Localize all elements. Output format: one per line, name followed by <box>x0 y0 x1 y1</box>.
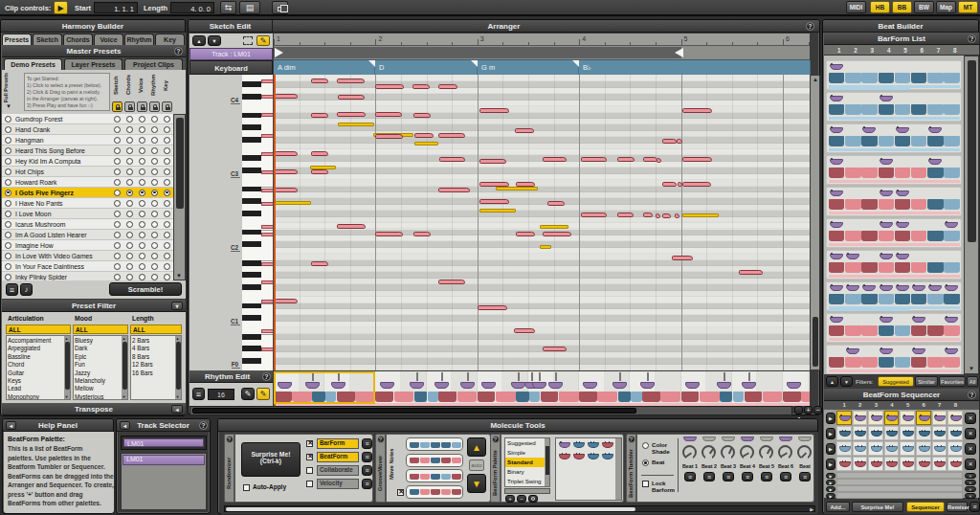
eraser-icon[interactable]: ✎ <box>241 388 255 400</box>
melody-highlight[interactable] <box>682 213 719 217</box>
preset-col-radio[interactable] <box>151 137 158 144</box>
barform-cell[interactable] <box>879 168 894 178</box>
preset-row[interactable]: I Have No Pants <box>2 198 173 209</box>
groove-pattern-button[interactable] <box>406 469 463 482</box>
preset-radio[interactable] <box>5 147 11 154</box>
knob-list-icon[interactable]: ≡ <box>742 472 753 481</box>
preset-col-radio[interactable] <box>114 168 121 175</box>
piano-key-black[interactable] <box>242 211 261 216</box>
rhythm-segment[interactable] <box>579 392 597 402</box>
barform-cell[interactable] <box>927 73 943 83</box>
preset-radio[interactable] <box>5 168 11 175</box>
note[interactable] <box>375 112 402 117</box>
note[interactable] <box>337 78 365 83</box>
barform-cell[interactable] <box>845 325 860 336</box>
button-remixer[interactable]: Remixer <box>947 502 968 512</box>
preset-col-radio[interactable] <box>114 147 121 154</box>
preset-scroll-thumb[interactable] <box>176 118 184 209</box>
note[interactable] <box>547 201 565 206</box>
filter-scrollbar[interactable]: ▲▼ <box>175 336 181 399</box>
preset-col-radio[interactable] <box>139 221 145 228</box>
preset-col-radio[interactable] <box>164 242 170 249</box>
preset-col-radio[interactable] <box>126 232 133 238</box>
note[interactable] <box>375 134 403 139</box>
rhythm-segment[interactable] <box>660 392 680 402</box>
seq-cell[interactable] <box>932 411 947 425</box>
knob-beat-4[interactable] <box>740 445 754 459</box>
barform-cell[interactable] <box>879 357 894 368</box>
preset-col-radio[interactable] <box>114 232 121 238</box>
filter-item[interactable]: Bluesy <box>75 337 93 344</box>
groove-up-button[interactable]: ▲ <box>467 437 486 457</box>
barform-row[interactable] <box>826 250 962 280</box>
filter-item[interactable]: Bassline <box>8 353 31 360</box>
filter-scrollbar[interactable]: ▲▼ <box>122 336 127 399</box>
preset-list-scrollbar[interactable]: ▼ <box>173 114 186 280</box>
preset-col-radio[interactable] <box>126 274 133 280</box>
rhythm-segment[interactable] <box>438 392 457 402</box>
knob-list-icon[interactable]: ≡ <box>761 472 772 481</box>
seq-cell[interactable] <box>868 457 883 471</box>
tab-key[interactable]: Key <box>155 34 185 45</box>
octave-up-icon[interactable]: ▲ <box>192 35 206 46</box>
barform-cell[interactable] <box>895 231 910 241</box>
preset-col-radio[interactable] <box>139 126 145 133</box>
subtab-project-clips[interactable]: Project Clips <box>124 58 183 70</box>
scramble-button[interactable]: Scramble! <box>109 282 182 296</box>
toggle-label-collaborate[interactable]: Collaborate <box>317 465 359 476</box>
note[interactable] <box>672 256 693 260</box>
preset-radio[interactable] <box>5 116 11 123</box>
knob-beat-3[interactable] <box>721 445 735 459</box>
barform-cell[interactable] <box>895 199 910 210</box>
filter-button-similar[interactable]: Similar <box>915 376 938 387</box>
note[interactable] <box>438 188 470 192</box>
rhythm-segment[interactable] <box>559 392 579 402</box>
preset-col-radio[interactable] <box>114 242 121 249</box>
seq-cell[interactable] <box>947 426 963 440</box>
barform-row[interactable] <box>826 60 962 90</box>
preset-row[interactable]: In Your Face Daintiness <box>2 261 173 272</box>
preset-radio[interactable] <box>5 253 11 259</box>
barform-cell[interactable] <box>911 325 926 336</box>
seq-cell[interactable] <box>916 441 931 456</box>
piano-keyboard[interactable] <box>242 75 274 370</box>
filter-item[interactable]: 2 Bars <box>132 337 149 344</box>
transpose-collapse-icon[interactable]: ◂ <box>171 405 183 414</box>
note[interactable] <box>682 157 712 162</box>
toggle-label-velocity[interactable]: Velocity <box>317 479 359 489</box>
piano-key-black[interactable] <box>242 346 261 351</box>
barform-cell[interactable] <box>944 357 959 368</box>
lock-icon-rhythm[interactable] <box>149 101 160 112</box>
octave-down-icon[interactable]: ▼ <box>208 35 221 46</box>
seq-cell[interactable] <box>900 457 915 471</box>
rhythm-lane[interactable] <box>274 371 810 406</box>
melody-highlight[interactable] <box>479 209 516 213</box>
zoom-out-icon[interactable]: − <box>813 406 822 414</box>
loop-end-marker-icon[interactable] <box>670 48 683 57</box>
filter-item[interactable]: Fun <box>75 361 85 368</box>
rhythm-segment[interactable] <box>642 392 660 402</box>
barform-cell[interactable] <box>879 73 894 83</box>
barform-cell[interactable] <box>829 73 844 83</box>
filter-item[interactable]: Dark <box>75 345 87 351</box>
barform-cell[interactable] <box>861 357 877 368</box>
barform-cell[interactable] <box>911 104 926 115</box>
preset-row[interactable]: In Love With Video Games <box>2 251 173 261</box>
barform-cell[interactable] <box>879 199 894 210</box>
palette-beatform-purple[interactable] <box>559 442 570 448</box>
clip-view-icon[interactable]: ▤ <box>239 1 260 14</box>
molecule-hscrollbar[interactable]: ▶ <box>224 505 815 512</box>
button-sequencer[interactable]: Sequencer <box>906 502 945 512</box>
filter-list-articulation[interactable]: AccompanimentArpeggiatedBasslineChordGui… <box>6 335 71 400</box>
barform-cell[interactable] <box>845 357 860 368</box>
filter-item[interactable]: Monophony <box>8 393 39 400</box>
rhythm-beatform[interactable] <box>410 382 424 389</box>
play-button[interactable]: ▶ <box>54 1 68 14</box>
seq-cell[interactable] <box>947 411 963 425</box>
filter-item[interactable]: 8 Bars <box>132 353 149 360</box>
filter-scroll-up-icon[interactable]: ▲ <box>65 336 69 341</box>
zoom-in-icon[interactable]: + <box>804 406 813 414</box>
seq-cell[interactable] <box>884 457 900 471</box>
filter-item[interactable]: Chord <box>8 361 24 368</box>
barform-cell[interactable] <box>911 73 926 83</box>
